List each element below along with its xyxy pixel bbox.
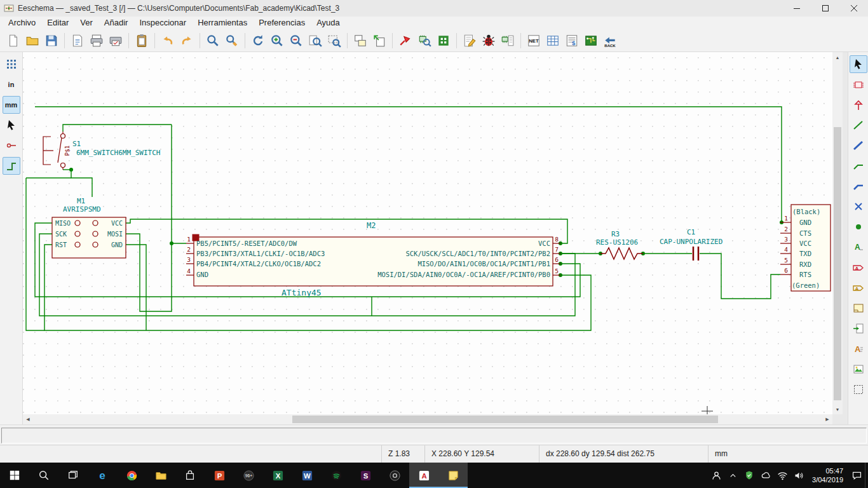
schematic-canvas[interactable]: P$1 S1 6MM_SWITCH6MM_SWITCH M1 AVRISPSMD… bbox=[23, 52, 832, 414]
print-button[interactable] bbox=[87, 31, 106, 50]
spotify-button[interactable] bbox=[322, 463, 351, 488]
no-connect-button[interactable] bbox=[850, 198, 867, 215]
menu-editar[interactable]: Editar bbox=[41, 17, 74, 29]
import-sheet-pin-button[interactable] bbox=[850, 320, 867, 337]
run-pcbnew-button[interactable] bbox=[581, 31, 600, 50]
leave-sheet-button[interactable] bbox=[370, 31, 389, 50]
footprint-editor-button[interactable] bbox=[434, 31, 453, 50]
zoom-selection-button[interactable] bbox=[325, 31, 344, 50]
delete-tool-button[interactable] bbox=[850, 381, 867, 398]
page-settings-button[interactable] bbox=[68, 31, 87, 50]
close-button[interactable] bbox=[839, 0, 868, 17]
hierarchy-navigator-button[interactable] bbox=[351, 31, 370, 50]
hv-wires-button[interactable] bbox=[3, 157, 20, 175]
erc-check-button[interactable] bbox=[479, 31, 498, 50]
wire-to-bus-entry-button[interactable] bbox=[850, 157, 867, 175]
scroll-down-arrow[interactable]: ▼ bbox=[832, 404, 843, 414]
horizontal-scroll-thumb[interactable] bbox=[292, 416, 718, 423]
store-button[interactable] bbox=[175, 463, 205, 488]
save-button[interactable] bbox=[42, 31, 61, 50]
chrome-button[interactable] bbox=[117, 463, 146, 488]
redo-button[interactable] bbox=[177, 31, 196, 50]
menu-inspeccionar[interactable]: Inspeccionar bbox=[133, 17, 192, 29]
slack-button[interactable]: S bbox=[351, 463, 380, 488]
back-annotate-button[interactable]: BACK bbox=[600, 31, 620, 50]
zoom-in-button[interactable] bbox=[268, 31, 287, 50]
powerpoint-button[interactable]: P bbox=[205, 463, 234, 488]
place-bus-button[interactable] bbox=[850, 137, 867, 154]
excel-button[interactable]: X bbox=[263, 463, 292, 488]
menu-ver[interactable]: Ver bbox=[74, 17, 98, 29]
scroll-up-arrow[interactable]: ▲ bbox=[832, 52, 843, 62]
units-inches-button[interactable]: in bbox=[3, 76, 20, 93]
volume-tray-button[interactable] bbox=[790, 463, 807, 488]
menu-anadir[interactable]: Añadir bbox=[98, 17, 134, 29]
user-tray-button[interactable] bbox=[708, 463, 724, 488]
undo-button[interactable] bbox=[158, 31, 177, 50]
acrobat-button[interactable]: A bbox=[409, 463, 438, 488]
zoom-fit-button[interactable] bbox=[306, 31, 325, 50]
symbol-browser-button[interactable] bbox=[415, 31, 434, 50]
place-wire-button[interactable] bbox=[850, 116, 867, 134]
horizontal-scrollbar[interactable]: ◀ ▶ bbox=[23, 414, 832, 424]
generate-netlist-button[interactable]: NET bbox=[524, 31, 543, 50]
zoom-out-button[interactable] bbox=[287, 31, 306, 50]
paste-button[interactable] bbox=[132, 31, 151, 50]
taskbar-clock[interactable]: 05:47 3/04/2019 bbox=[807, 466, 848, 485]
find-button[interactable] bbox=[203, 31, 222, 50]
recorder-button[interactable] bbox=[380, 463, 409, 488]
grid-toggle-button[interactable] bbox=[3, 55, 20, 73]
show-desktop-button[interactable] bbox=[865, 463, 868, 488]
network-tray-button[interactable] bbox=[774, 463, 790, 488]
schematic-drawing[interactable]: P$1 S1 6MM_SWITCH6MM_SWITCH M1 AVRISPSMD… bbox=[23, 52, 832, 414]
menu-preferencias[interactable]: Preferencias bbox=[253, 17, 311, 29]
task-view-button[interactable] bbox=[58, 463, 88, 488]
global-label-button[interactable]: A bbox=[850, 259, 867, 276]
place-junction-button[interactable] bbox=[850, 218, 867, 236]
notes-button[interactable] bbox=[438, 463, 468, 488]
scroll-left-arrow[interactable]: ◀ bbox=[23, 414, 33, 424]
cursor-shape-button[interactable] bbox=[3, 116, 20, 134]
edit-symbol-fields-button[interactable] bbox=[543, 31, 562, 50]
show-hidden-icons-button[interactable] bbox=[724, 463, 741, 488]
bus-to-bus-entry-button[interactable] bbox=[850, 177, 867, 195]
select-tool-button[interactable] bbox=[850, 55, 867, 73]
redraw-button[interactable] bbox=[248, 31, 268, 50]
menu-herramientas[interactable]: Herramientas bbox=[192, 17, 253, 29]
menu-archivo[interactable]: Archivo bbox=[3, 17, 41, 29]
value: ATtiny45 bbox=[281, 288, 322, 297]
onedrive-tray-button[interactable] bbox=[757, 463, 774, 488]
taskbar-search-button[interactable] bbox=[29, 463, 58, 488]
assign-footprints-button[interactable] bbox=[498, 31, 517, 50]
place-image-button[interactable] bbox=[850, 360, 867, 378]
messages-button[interactable]: 96+ bbox=[234, 463, 263, 488]
edge-button[interactable]: e bbox=[88, 463, 117, 488]
annotate-button[interactable] bbox=[460, 31, 479, 50]
action-center-button[interactable] bbox=[848, 463, 865, 488]
units-mm-button[interactable]: mm bbox=[3, 96, 20, 114]
vertical-scrollbar[interactable]: ▲ ▼ bbox=[832, 52, 843, 414]
hierarchical-sheet-button[interactable] bbox=[850, 299, 867, 317]
open-schematic-button[interactable] bbox=[23, 31, 42, 50]
net-label-button[interactable]: A bbox=[850, 238, 867, 256]
place-power-button[interactable] bbox=[850, 96, 867, 114]
find-replace-button[interactable] bbox=[222, 31, 241, 50]
value: AVRISPSMD bbox=[63, 205, 101, 214]
generate-bom-button[interactable]: $ bbox=[562, 31, 581, 50]
maximize-button[interactable] bbox=[811, 0, 839, 17]
minimize-button[interactable] bbox=[782, 0, 811, 17]
symbol-editor-button[interactable] bbox=[396, 31, 415, 50]
menu-ayuda[interactable]: Ayuda bbox=[311, 17, 346, 29]
new-schematic-button[interactable] bbox=[4, 31, 23, 50]
place-symbol-button[interactable] bbox=[850, 76, 867, 93]
hidden-pins-button[interactable] bbox=[3, 137, 20, 154]
vertical-scroll-thumb[interactable] bbox=[834, 127, 841, 400]
start-button[interactable] bbox=[0, 463, 29, 488]
place-text-button[interactable]: A bbox=[850, 340, 867, 358]
antivirus-tray-button[interactable] bbox=[741, 463, 757, 488]
plot-button[interactable] bbox=[106, 31, 125, 50]
hierarchical-label-button[interactable]: A bbox=[850, 279, 867, 297]
word-button[interactable]: W bbox=[292, 463, 322, 488]
file-explorer-button[interactable] bbox=[146, 463, 175, 488]
scroll-right-arrow[interactable]: ▶ bbox=[822, 414, 832, 424]
